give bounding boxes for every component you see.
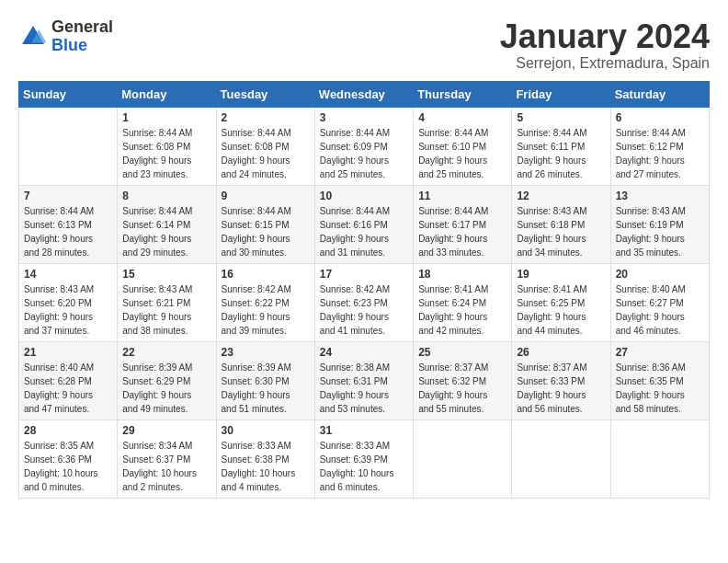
- day-number: 4: [418, 111, 506, 124]
- day-info: Sunrise: 8:35 AM Sunset: 6:36 PM Dayligh…: [24, 439, 112, 494]
- day-number: 10: [320, 190, 408, 202]
- day-info: Sunrise: 8:43 AM Sunset: 6:20 PM Dayligh…: [24, 282, 112, 338]
- day-info: Sunrise: 8:44 AM Sunset: 6:10 PM Dayligh…: [418, 126, 506, 181]
- calendar-cell: 29Sunrise: 8:34 AM Sunset: 6:37 PM Dayli…: [118, 419, 216, 498]
- calendar-week-row: 14Sunrise: 8:43 AM Sunset: 6:20 PM Dayli…: [19, 263, 710, 341]
- day-number: 6: [616, 111, 704, 124]
- weekday-header: Wednesday: [314, 81, 413, 107]
- day-number: 2: [222, 111, 310, 124]
- calendar-week-row: 21Sunrise: 8:40 AM Sunset: 6:28 PM Dayli…: [19, 341, 710, 419]
- weekday-header: Monday: [118, 81, 216, 107]
- day-number: 16: [222, 268, 310, 281]
- calendar-cell: 5Sunrise: 8:44 AM Sunset: 6:11 PM Daylig…: [512, 107, 610, 185]
- day-info: Sunrise: 8:43 AM Sunset: 6:18 PM Dayligh…: [517, 204, 605, 259]
- calendar-cell: 30Sunrise: 8:33 AM Sunset: 6:38 PM Dayli…: [216, 419, 314, 498]
- calendar-week-row: 1Sunrise: 8:44 AM Sunset: 6:08 PM Daylig…: [19, 107, 710, 185]
- calendar-cell: [610, 419, 709, 498]
- logo-text: General Blue: [51, 18, 113, 55]
- day-number: 5: [517, 111, 605, 124]
- logo: General Blue: [18, 18, 113, 55]
- calendar-cell: 2Sunrise: 8:44 AM Sunset: 6:08 PM Daylig…: [216, 107, 314, 185]
- logo-icon: [18, 22, 48, 52]
- day-number: 20: [616, 268, 704, 281]
- day-info: Sunrise: 8:44 AM Sunset: 6:13 PM Dayligh…: [24, 204, 112, 259]
- day-info: Sunrise: 8:37 AM Sunset: 6:33 PM Dayligh…: [517, 361, 605, 416]
- day-number: 24: [320, 346, 408, 359]
- day-number: 19: [517, 268, 605, 281]
- day-info: Sunrise: 8:33 AM Sunset: 6:39 PM Dayligh…: [320, 439, 408, 494]
- calendar-cell: 8Sunrise: 8:44 AM Sunset: 6:14 PM Daylig…: [118, 185, 216, 263]
- day-number: 3: [320, 111, 408, 124]
- day-info: Sunrise: 8:44 AM Sunset: 6:08 PM Dayligh…: [222, 126, 310, 181]
- calendar-cell: 18Sunrise: 8:41 AM Sunset: 6:24 PM Dayli…: [414, 263, 512, 341]
- calendar-cell: 23Sunrise: 8:39 AM Sunset: 6:30 PM Dayli…: [216, 341, 314, 419]
- calendar-cell: 26Sunrise: 8:37 AM Sunset: 6:33 PM Dayli…: [512, 341, 610, 419]
- day-info: Sunrise: 8:44 AM Sunset: 6:15 PM Dayligh…: [222, 204, 310, 259]
- day-info: Sunrise: 8:40 AM Sunset: 6:27 PM Dayligh…: [616, 282, 704, 338]
- calendar-cell: 12Sunrise: 8:43 AM Sunset: 6:18 PM Dayli…: [512, 185, 610, 263]
- day-number: 7: [24, 190, 112, 202]
- logo-general: General: [51, 17, 113, 36]
- calendar-cell: 10Sunrise: 8:44 AM Sunset: 6:16 PM Dayli…: [314, 185, 413, 263]
- calendar-week-row: 28Sunrise: 8:35 AM Sunset: 6:36 PM Dayli…: [19, 419, 710, 498]
- day-info: Sunrise: 8:41 AM Sunset: 6:24 PM Dayligh…: [418, 282, 506, 338]
- day-info: Sunrise: 8:40 AM Sunset: 6:28 PM Dayligh…: [24, 361, 112, 416]
- calendar-cell: 17Sunrise: 8:42 AM Sunset: 6:23 PM Dayli…: [314, 263, 413, 341]
- page-header: General Blue January 2024 Serrejon, Extr…: [18, 18, 710, 72]
- title-block: January 2024 Serrejon, Extremadura, Spai…: [500, 18, 710, 72]
- day-number: 18: [418, 268, 506, 281]
- day-number: 27: [616, 346, 704, 359]
- calendar-cell: 24Sunrise: 8:38 AM Sunset: 6:31 PM Dayli…: [314, 341, 413, 419]
- day-info: Sunrise: 8:34 AM Sunset: 6:37 PM Dayligh…: [122, 439, 210, 494]
- day-number: 17: [320, 268, 408, 281]
- calendar-cell: 4Sunrise: 8:44 AM Sunset: 6:10 PM Daylig…: [414, 107, 512, 185]
- day-number: 12: [517, 190, 605, 202]
- weekday-header: Friday: [512, 81, 610, 107]
- day-number: 9: [222, 190, 310, 202]
- calendar-cell: 19Sunrise: 8:41 AM Sunset: 6:25 PM Dayli…: [512, 263, 610, 341]
- day-number: 22: [122, 346, 210, 359]
- weekday-header-row: SundayMondayTuesdayWednesdayThursdayFrid…: [19, 81, 710, 107]
- day-number: 8: [122, 190, 210, 202]
- calendar-subtitle: Serrejon, Extremadura, Spain: [500, 55, 710, 72]
- calendar-week-row: 7Sunrise: 8:44 AM Sunset: 6:13 PM Daylig…: [19, 185, 710, 263]
- calendar-cell: 16Sunrise: 8:42 AM Sunset: 6:22 PM Dayli…: [216, 263, 314, 341]
- calendar-cell: 1Sunrise: 8:44 AM Sunset: 6:08 PM Daylig…: [118, 107, 216, 185]
- day-number: 30: [222, 424, 310, 437]
- day-info: Sunrise: 8:43 AM Sunset: 6:21 PM Dayligh…: [122, 282, 210, 338]
- day-info: Sunrise: 8:44 AM Sunset: 6:17 PM Dayligh…: [418, 204, 506, 259]
- day-info: Sunrise: 8:39 AM Sunset: 6:29 PM Dayligh…: [122, 361, 210, 416]
- calendar-cell: 9Sunrise: 8:44 AM Sunset: 6:15 PM Daylig…: [216, 185, 314, 263]
- day-info: Sunrise: 8:44 AM Sunset: 6:12 PM Dayligh…: [616, 126, 704, 181]
- calendar-cell: 20Sunrise: 8:40 AM Sunset: 6:27 PM Dayli…: [610, 263, 709, 341]
- day-info: Sunrise: 8:44 AM Sunset: 6:11 PM Dayligh…: [517, 126, 605, 181]
- day-info: Sunrise: 8:43 AM Sunset: 6:19 PM Dayligh…: [616, 204, 704, 259]
- day-info: Sunrise: 8:44 AM Sunset: 6:14 PM Dayligh…: [122, 204, 210, 259]
- weekday-header: Saturday: [610, 81, 709, 107]
- weekday-header: Tuesday: [216, 81, 314, 107]
- day-info: Sunrise: 8:36 AM Sunset: 6:35 PM Dayligh…: [616, 361, 704, 416]
- calendar-cell: 13Sunrise: 8:43 AM Sunset: 6:19 PM Dayli…: [610, 185, 709, 263]
- day-info: Sunrise: 8:42 AM Sunset: 6:22 PM Dayligh…: [222, 282, 310, 338]
- day-number: 23: [222, 346, 310, 359]
- calendar-cell: 15Sunrise: 8:43 AM Sunset: 6:21 PM Dayli…: [118, 263, 216, 341]
- day-number: 26: [517, 346, 605, 359]
- weekday-header: Thursday: [414, 81, 512, 107]
- weekday-header: Sunday: [19, 81, 118, 107]
- day-info: Sunrise: 8:41 AM Sunset: 6:25 PM Dayligh…: [517, 282, 605, 338]
- calendar-cell: 11Sunrise: 8:44 AM Sunset: 6:17 PM Dayli…: [414, 185, 512, 263]
- calendar-table: SundayMondayTuesdayWednesdayThursdayFrid…: [18, 81, 710, 499]
- day-number: 28: [24, 424, 112, 437]
- day-number: 31: [320, 424, 408, 437]
- day-number: 11: [418, 190, 506, 202]
- calendar-cell: 3Sunrise: 8:44 AM Sunset: 6:09 PM Daylig…: [314, 107, 413, 185]
- calendar-cell: 22Sunrise: 8:39 AM Sunset: 6:29 PM Dayli…: [118, 341, 216, 419]
- calendar-title: January 2024: [500, 18, 710, 55]
- day-number: 29: [122, 424, 210, 437]
- calendar-cell: 31Sunrise: 8:33 AM Sunset: 6:39 PM Dayli…: [314, 419, 413, 498]
- calendar-cell: 7Sunrise: 8:44 AM Sunset: 6:13 PM Daylig…: [19, 185, 118, 263]
- day-number: 14: [24, 268, 112, 281]
- calendar-cell: 28Sunrise: 8:35 AM Sunset: 6:36 PM Dayli…: [19, 419, 118, 498]
- day-info: Sunrise: 8:44 AM Sunset: 6:09 PM Dayligh…: [320, 126, 408, 181]
- day-info: Sunrise: 8:39 AM Sunset: 6:30 PM Dayligh…: [222, 361, 310, 416]
